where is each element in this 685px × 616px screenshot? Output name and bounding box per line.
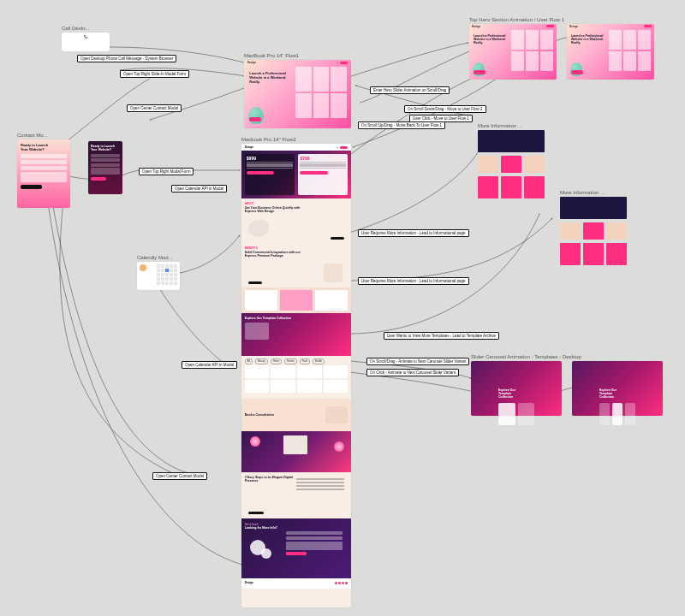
- contact-field[interactable]: [21, 154, 67, 158]
- template-card[interactable]: [245, 380, 270, 393]
- section-book: Book a Consultation: [241, 399, 351, 431]
- flow-label[interactable]: Enter Hero Slider Animation on Scroll/Dr…: [370, 86, 450, 94]
- hero-illustration: [248, 107, 264, 124]
- brand-logo: Design: [569, 25, 578, 28]
- slide-field[interactable]: [91, 163, 120, 167]
- filter-pill[interactable]: Home: [271, 358, 282, 364]
- template-card[interactable]: [245, 365, 270, 378]
- topbar: Design: [469, 24, 557, 28]
- calendar-grid[interactable]: [157, 264, 177, 285]
- flow-label[interactable]: Open Center Contact Modal: [152, 472, 207, 480]
- contact-field[interactable]: [286, 536, 342, 540]
- template-card[interactable]: [324, 380, 348, 393]
- flow-label[interactable]: Open Calendar API in Modal: [182, 361, 237, 369]
- hero-cta-button[interactable]: [474, 70, 485, 74]
- right-slide-heading: Ready to Launch Your Website?: [88, 141, 122, 152]
- chat-bubble-illustration: [261, 548, 271, 559]
- flow-label[interactable]: On Click - Animate to Next Carousel Slid…: [366, 369, 459, 376]
- frame-carousel-a[interactable]: Explore Our Template Collection: [471, 361, 562, 416]
- frame-right-slide-modal[interactable]: Ready to Launch Your Website?: [88, 141, 122, 194]
- flow-label[interactable]: User Requires More Information - Lead to…: [358, 277, 469, 285]
- illustration-blob: [325, 406, 348, 424]
- social-icons[interactable]: [335, 582, 348, 584]
- hero-cta-button[interactable]: [249, 117, 261, 121]
- select-plan-button[interactable]: [300, 171, 327, 175]
- contact-submit-button[interactable]: [21, 185, 42, 189]
- frame-carousel-b[interactable]: Explore Our Template Collection: [572, 361, 663, 416]
- section-eyebrow: About: [245, 202, 348, 205]
- slide-field[interactable]: [91, 168, 120, 175]
- filter-pill[interactable]: Food: [300, 358, 310, 364]
- screen-illustration: [283, 435, 307, 454]
- frame-hero-anim-b[interactable]: Design Launch a Professional Website in …: [567, 24, 654, 80]
- frame-contact-modal[interactable]: Ready to Launch Your Website?: [17, 139, 70, 208]
- flow-label[interactable]: Open Desktop Phone Call Message - System…: [77, 55, 176, 62]
- cta-button[interactable]: [248, 512, 264, 514]
- contact-submit-button[interactable]: [286, 552, 307, 555]
- select-plan-button[interactable]: [247, 171, 274, 175]
- filter-pill[interactable]: Events: [284, 358, 297, 364]
- contact-field-message[interactable]: [286, 542, 342, 550]
- slide-field[interactable]: [91, 158, 120, 162]
- carousel-cards[interactable]: [498, 403, 534, 425]
- frame-calendly-modal[interactable]: [137, 262, 180, 290]
- flow-label[interactable]: On Scroll Down/Drag - Move to User Flow …: [404, 105, 486, 113]
- orb-illustration: [334, 441, 344, 452]
- hero-card-grid: [511, 30, 553, 72]
- section-templates-hero: Explore Our Template Collection: [241, 313, 351, 356]
- template-card[interactable]: [297, 365, 322, 378]
- carousel-heading: Explore Our Template Collection: [498, 388, 518, 400]
- flow-label[interactable]: On Scroll/Drag - Animate to Next Carouse…: [366, 358, 469, 365]
- hamburger-icon[interactable]: ≡: [337, 145, 338, 149]
- cta-button[interactable]: [340, 146, 348, 149]
- cta-button[interactable]: [340, 62, 348, 64]
- section-heading: Get Your Business Online Quickly with Ex…: [245, 206, 307, 213]
- flow-label[interactable]: On Scroll Up/Drag - Move Back To User Fl…: [358, 121, 445, 129]
- flow-label[interactable]: Open Calendar API in Modal: [171, 185, 227, 192]
- hamburger-icon[interactable]: ≡: [337, 61, 338, 64]
- filter-pill[interactable]: All: [245, 358, 253, 364]
- slide-field[interactable]: [91, 154, 120, 157]
- slide-submit-button[interactable]: [91, 177, 106, 181]
- more-button[interactable]: [331, 237, 344, 240]
- template-preview-card[interactable]: [245, 323, 269, 340]
- frame-flow2[interactable]: Design ≡ $999 $799 About Get Your Busine…: [241, 144, 351, 607]
- hero-cta-button[interactable]: [571, 70, 583, 74]
- price-card-b[interactable]: $799: [298, 154, 348, 195]
- template-card[interactable]: [324, 365, 348, 378]
- carousel-heading: Explore Our Template Collection: [599, 388, 619, 400]
- footer-brand: Design: [245, 581, 253, 584]
- hero-heading: Launch a Professional Website in a Weeke…: [474, 34, 510, 45]
- template-card[interactable]: [271, 365, 295, 378]
- flow-label[interactable]: User Requires More Information - Lead to…: [358, 229, 469, 237]
- frame-hero-anim-a[interactable]: Design Launch a Professional Website in …: [469, 24, 557, 80]
- cta-button[interactable]: [644, 25, 652, 27]
- frame-call-desktop[interactable]: 📞: [62, 33, 110, 51]
- flow-label[interactable]: Open Top Right Slide-In Modal Form: [120, 70, 189, 78]
- contact-field[interactable]: [21, 166, 67, 170]
- frame-title-carousel: Slider Carousel Animation - Templates - …: [471, 354, 581, 359]
- section-contact: Get in Touch Looking for More Info?: [241, 518, 351, 578]
- price-card-a[interactable]: $999: [245, 154, 295, 195]
- flow-label[interactable]: Open Top Right Modal Form: [139, 168, 194, 175]
- figma-canvas[interactable]: { "frames": { "call_desktop": { "title":…: [0, 0, 685, 616]
- frame-more-info-a[interactable]: [478, 130, 545, 200]
- contact-field[interactable]: [286, 531, 342, 535]
- carousel-cards[interactable]: [599, 403, 635, 425]
- frame-more-info-b[interactable]: [560, 197, 627, 267]
- section-steps-hero: [241, 431, 351, 472]
- flow-label[interactable]: User Click - Move to User Flow 1: [409, 115, 473, 122]
- template-card[interactable]: [297, 380, 322, 393]
- cta-button[interactable]: [546, 25, 554, 27]
- filter-pill[interactable]: Beauty: [255, 358, 268, 364]
- topbar: Design ≡: [244, 60, 351, 65]
- filter-pill[interactable]: Health: [313, 358, 325, 364]
- contact-field[interactable]: [21, 160, 67, 164]
- more-button[interactable]: [248, 281, 262, 284]
- flow-label[interactable]: Open Center Contact Modal: [127, 104, 182, 112]
- flow-label[interactable]: User Wants to View More Templates - Lead…: [384, 332, 499, 340]
- contact-field-message[interactable]: [21, 172, 67, 182]
- template-card[interactable]: [271, 380, 295, 393]
- frame-flow1[interactable]: Design ≡ Launch a Professional Website i…: [244, 60, 351, 128]
- frame-title-contact-modal: Contact Mo...: [17, 133, 48, 138]
